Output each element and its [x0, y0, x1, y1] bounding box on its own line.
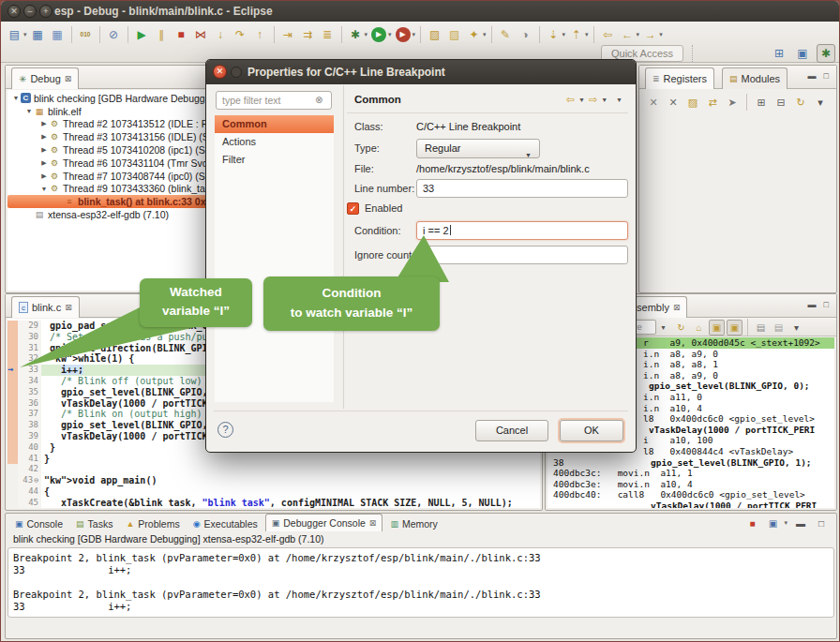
pin-editor-icon[interactable]: ⇡	[567, 25, 585, 43]
tree-expander-icon[interactable]: ▶	[39, 172, 49, 180]
show-source-icon[interactable]: ≣	[319, 25, 337, 43]
tab-console[interactable]: ▣Console	[9, 515, 68, 531]
collapse-all-icon[interactable]: ⊟	[772, 94, 789, 111]
editor-annotation-gutter[interactable]	[8, 409, 18, 420]
display-console-icon[interactable]: ▣	[765, 515, 780, 530]
disassembly-line[interactable]: 400dbc3e: movi.n a10, 4	[548, 479, 834, 490]
display-console-icon-dropdown[interactable]: ▾	[784, 519, 788, 527]
view-menu-icon[interactable]: ▾	[812, 94, 829, 111]
close-icon[interactable]: ⊠	[65, 303, 72, 312]
tab-blink-c[interactable]: c blink.c ⊠	[11, 296, 80, 318]
ignore-count-field[interactable]: 0	[416, 246, 628, 264]
editor-line[interactable]: 44{	[8, 486, 540, 498]
instruction-step-icon[interactable]: ⇥	[279, 25, 297, 43]
view-menu-icon[interactable]: ▼	[616, 97, 622, 103]
last-edit-icon[interactable]: ⇣	[545, 25, 562, 43]
tab-executables[interactable]: ◉Executables	[188, 515, 263, 531]
chevron-down-icon[interactable]: ▼	[660, 324, 667, 331]
editor-annotation-gutter[interactable]	[8, 420, 18, 431]
editor-annotation-gutter[interactable]	[8, 431, 18, 442]
editor-annotation-gutter[interactable]	[8, 387, 18, 398]
window-maximize-button[interactable]: +	[39, 5, 52, 18]
maximize-icon[interactable]: □	[824, 300, 829, 309]
tab-memory[interactable]: ▥Memory	[384, 515, 442, 531]
fold-collapse-icon[interactable]: ⊖	[34, 476, 38, 485]
dialog-close-button[interactable]: ✕	[213, 65, 227, 79]
disassembly-line[interactable]: 38gpio_set_level(BLINK_GPIO, 1);	[548, 457, 834, 469]
tab-registers[interactable]: ≣ Registers	[645, 67, 714, 89]
profile-icon-dropdown[interactable]: ▾	[412, 31, 416, 38]
back-icon[interactable]: ←	[619, 25, 637, 43]
editor-annotation-gutter[interactable]	[8, 321, 18, 332]
highlight-icon[interactable]: ✎	[497, 25, 515, 43]
maximize-icon[interactable]: □	[814, 515, 829, 530]
tree-expander-icon[interactable]: ▶	[39, 146, 49, 154]
back-history-icon[interactable]: ⇦	[599, 25, 617, 43]
minimize-icon[interactable]: ▬	[808, 71, 817, 81]
nav-item-common[interactable]: Common	[215, 115, 334, 133]
tab-debug[interactable]: ✳ Debug ⊠	[11, 67, 79, 89]
occurrences-icon[interactable]: ◑	[517, 25, 534, 43]
view-menu-icon[interactable]: ▾	[788, 320, 804, 336]
disassembly-line[interactable]: vTaskDelay(1000 / portTICK_PERI	[548, 500, 834, 508]
minimize-icon[interactable]: ▬	[793, 515, 808, 530]
disconnect-icon[interactable]: ⋈	[192, 25, 210, 43]
forward-icon-dropdown[interactable]: ▾	[659, 31, 663, 38]
window-close-button[interactable]: ✕	[8, 5, 21, 18]
editor-annotation-gutter[interactable]	[8, 442, 18, 454]
new-wizard-icon-dropdown[interactable]: ▾	[23, 31, 27, 38]
chevron-down-icon[interactable]: ▼	[578, 97, 585, 103]
editor-line[interactable]: 42	[8, 464, 540, 475]
open-folder-icon[interactable]: ▨	[426, 25, 443, 43]
step-over-icon[interactable]: ↷	[232, 25, 249, 43]
binary-icon[interactable]: 010	[77, 25, 95, 43]
editor-annotation-gutter[interactable]	[8, 475, 18, 486]
enabled-checkbox[interactable]: ✓	[347, 202, 359, 215]
tree-expander-icon[interactable]: ▶	[39, 159, 49, 167]
clear-filter-icon[interactable]: ⊗	[315, 95, 322, 105]
open-perspective-icon[interactable]: ⊞	[770, 44, 788, 63]
open-new-view-icon[interactable]: ▤	[753, 320, 769, 336]
show-columns-icon[interactable]: ▨	[684, 94, 701, 111]
home-icon[interactable]: ⌂	[691, 320, 707, 336]
save-all-icon[interactable]: ▦	[49, 25, 67, 43]
cancel-button[interactable]: Cancel	[475, 420, 548, 441]
forward-icon[interactable]: →	[641, 25, 659, 43]
editor-annotation-gutter[interactable]	[8, 343, 18, 354]
show-source-toggle-icon[interactable]: ▣	[709, 320, 725, 336]
ok-button[interactable]: OK	[560, 420, 623, 441]
expand-all-icon[interactable]: ⊞	[753, 94, 770, 111]
pin-editor-icon-dropdown[interactable]: ▾	[585, 31, 589, 38]
import-folder-icon[interactable]: ▨	[445, 25, 463, 43]
suspend-icon[interactable]: ∥	[153, 25, 171, 43]
disassembly-line[interactable]: 400dbc40: call8 0x400dc6c0 <gpio_set_lev…	[548, 489, 834, 500]
chevron-down-icon[interactable]: ▼	[601, 97, 608, 103]
skip-breakpoints-icon[interactable]: ⊘	[105, 25, 123, 43]
editor-annotation-gutter[interactable]	[8, 398, 18, 410]
step-return-icon[interactable]: ↑	[251, 25, 269, 43]
switch-layout-icon[interactable]: ⇄	[704, 94, 721, 111]
nav-item-filter[interactable]: Filter	[215, 151, 334, 169]
line-number-field[interactable]: 33	[416, 179, 628, 198]
last-edit-icon-dropdown[interactable]: ▾	[562, 31, 566, 38]
tree-expander-icon[interactable]: ▼	[24, 108, 34, 114]
editor-annotation-gutter[interactable]: →	[8, 365, 18, 376]
run-icon-dropdown[interactable]: ▾	[388, 31, 392, 38]
editor-annotation-gutter[interactable]	[8, 498, 18, 508]
tree-expander-icon[interactable]: ▶	[39, 120, 49, 127]
editor-line[interactable]: 45 xTaskCreate(&blink_task, "blink_task"…	[8, 498, 540, 508]
resume-icon[interactable]: ▶	[133, 25, 151, 43]
instruction-mode-icon[interactable]: ⇉	[299, 25, 317, 43]
step-into-icon[interactable]: ↓	[212, 25, 230, 43]
new-wizard-icon[interactable]: ▤	[6, 25, 23, 43]
minimize-icon[interactable]: ▬	[808, 300, 817, 309]
type-dropdown[interactable]: Regular ▼	[416, 139, 540, 158]
debug-icon[interactable]: ✱	[347, 25, 365, 43]
remove-icon[interactable]: ✕	[645, 94, 662, 111]
editor-annotation-gutter[interactable]	[8, 332, 18, 343]
tree-expander-icon[interactable]: ▶	[39, 133, 49, 141]
search-icon[interactable]: ✦	[465, 25, 483, 43]
maximize-icon[interactable]: □	[824, 71, 829, 81]
help-icon[interactable]: ?	[218, 422, 233, 438]
editor-line[interactable]: 43⊖"kw">void app_main()	[8, 475, 540, 486]
